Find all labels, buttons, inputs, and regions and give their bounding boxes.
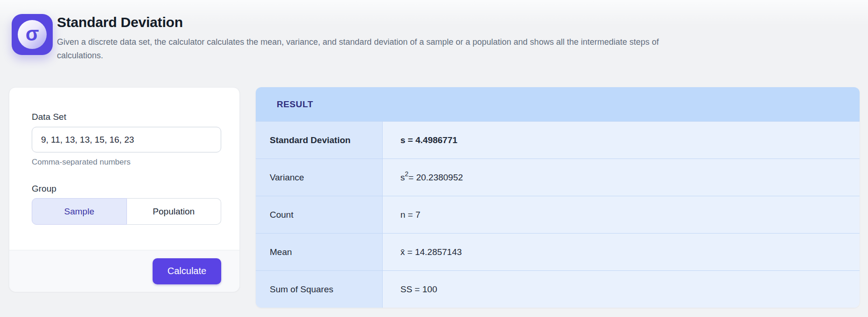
result-value-text: n = 7	[400, 210, 420, 220]
result-value-variance: s2 = 20.2380952	[383, 159, 860, 196]
group-toggle: Sample Population	[32, 198, 221, 225]
page-title: Standard Deviation	[57, 14, 183, 30]
result-label-count: Count	[256, 196, 383, 233]
table-row: Standard Deviation s = 4.4986771	[256, 121, 860, 158]
page-description: Given a discrete data set, the calculato…	[57, 35, 703, 62]
result-panel: RESULT Standard Deviation s = 4.4986771 …	[256, 87, 860, 308]
result-label-mean: Mean	[256, 234, 383, 270]
sigma-app-icon: σ	[12, 14, 53, 55]
result-value-text: s	[400, 172, 405, 183]
result-value-text: s = 4.4986771	[400, 135, 457, 145]
group-option-population[interactable]: Population	[127, 198, 222, 225]
sigma-icon-orb: σ	[18, 20, 47, 49]
group-option-sample[interactable]: Sample	[32, 198, 127, 225]
result-value-text: SS = 100	[400, 284, 437, 295]
sigma-icon: σ	[26, 24, 39, 44]
calculate-button[interactable]: Calculate	[153, 258, 221, 284]
table-row: Mean x̄ = 14.2857143	[256, 233, 860, 270]
result-label-standard-deviation: Standard Deviation	[256, 122, 383, 158]
result-header: RESULT	[256, 87, 860, 121]
result-value-text: = 20.2380952	[408, 172, 463, 183]
result-value-text: x̄ = 14.2857143	[400, 247, 462, 257]
table-row: Sum of Squares SS = 100	[256, 270, 860, 308]
card-footer: Calculate	[9, 250, 239, 292]
result-label-variance: Variance	[256, 159, 383, 196]
result-value-mean: x̄ = 14.2857143	[383, 234, 860, 270]
result-value-standard-deviation: s = 4.4986771	[383, 122, 860, 158]
dataset-label: Data Set	[32, 112, 66, 122]
dataset-hint: Comma-separated numbers	[32, 158, 131, 167]
calculator-card: Data Set Comma-separated numbers Group S…	[9, 87, 240, 292]
dataset-input[interactable]	[32, 127, 221, 152]
result-value-sum-of-squares: SS = 100	[383, 271, 860, 308]
table-row: Count n = 7	[256, 196, 860, 233]
group-label: Group	[32, 184, 56, 194]
result-value-count: n = 7	[383, 196, 860, 233]
table-row: Variance s2 = 20.2380952	[256, 158, 860, 196]
result-label-sum-of-squares: Sum of Squares	[256, 271, 383, 308]
